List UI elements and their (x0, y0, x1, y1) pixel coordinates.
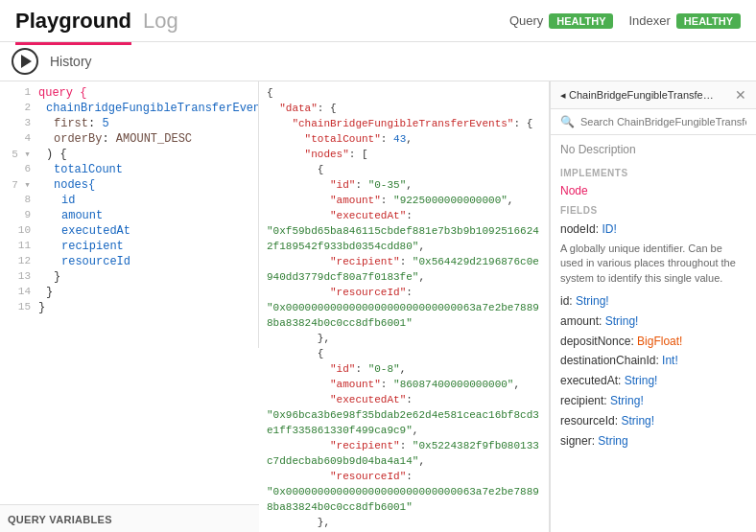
result-line: "nodes": [ (267, 147, 541, 162)
query-line-13: 13 } (0, 269, 258, 285)
query-status-group: Query HEALTHY (509, 13, 614, 29)
field-resourceId: resourceId: String! (560, 413, 746, 429)
node-link[interactable]: Node (560, 184, 746, 197)
result-line: "id": "0-8", (267, 361, 541, 377)
query-line-3: 3 first: 5 (0, 116, 258, 131)
fields-label: FIELDS (560, 205, 746, 216)
bottom-bar[interactable]: QUERY VARIABLES (0, 504, 259, 532)
query-line-5: 5 ▾ ) { (0, 147, 258, 162)
toolbar: History (0, 42, 756, 81)
query-line-8: 8 id (0, 193, 258, 208)
result-line: { (267, 162, 541, 177)
result-line: "totalCount": 43, (267, 131, 541, 147)
result-line: "resourceId": (267, 285, 541, 300)
field-depositNonce: depositNonce: BigFloat! (560, 334, 746, 350)
field-executedAt: executedAt: String! (560, 373, 746, 389)
field-nodeId: nodeId: ID! (560, 221, 746, 238)
result-line: "recipient": "0x5224382f9fb080133c7ddecb… (267, 438, 541, 469)
playground-tab[interactable]: Playground (15, 9, 131, 34)
result-line: }, (267, 515, 541, 530)
result-line: "0x000000000000000000000000000063a7e2be7… (267, 300, 541, 331)
field-amount: amount: String! (560, 313, 746, 330)
implements-label: IMPLEMENTS (560, 168, 746, 178)
query-line-12: 12 resourceId (0, 254, 258, 269)
query-line-11: 11 recipient (0, 239, 258, 254)
indexer-label: Indexer (628, 13, 670, 28)
query-line-9: 9 amount (0, 208, 258, 223)
header-left: Playground Log (15, 9, 178, 34)
header: Playground Log Query HEALTHY Indexer HEA… (0, 0, 756, 42)
search-icon: 🔍 (560, 115, 575, 128)
query-label: Query (509, 13, 543, 28)
result-line: { (267, 85, 541, 101)
query-line-1: 1 query { (0, 85, 258, 101)
schema-panel: ◂ ChainBridgeFungibleTransferEventsConne… (550, 81, 756, 532)
result-line: "0xf59bd65ba846115cbdef881e7b3b9b1092516… (267, 223, 541, 254)
play-icon (21, 55, 32, 68)
result-line: "0x000000000000000000000000000063a7e2be7… (267, 484, 541, 515)
schema-search-input[interactable] (580, 116, 746, 127)
field-recipient: recipient: String! (560, 393, 746, 409)
query-line-14: 14 } (0, 285, 258, 300)
header-right: Query HEALTHY Indexer HEALTHY (509, 13, 741, 29)
field-nodeId-desc: A globally unique identifier. Can be use… (560, 242, 746, 286)
schema-close-button[interactable]: ✕ (735, 87, 746, 103)
result-panel[interactable]: { "data": { "chainBridgeFungibleTransfer… (259, 81, 550, 532)
result-line: { (267, 346, 541, 361)
query-panel-wrapper: 1 query { 2 chainBridgeFungibleTransferE… (0, 81, 259, 532)
schema-header: ◂ ChainBridgeFungibleTransferEventsConne… (551, 81, 756, 109)
result-line: "data": { (267, 101, 541, 116)
query-status-badge: HEALTHY (549, 13, 613, 29)
no-description: No Description (560, 143, 746, 156)
field-id: id: String! (560, 293, 746, 310)
result-line: "recipient": "0x564429d2196876c0e940dd37… (267, 254, 541, 285)
query-content: 1 query { 2 chainBridgeFungibleTransferE… (0, 81, 258, 319)
schema-body: No Description IMPLEMENTS Node FIELDS no… (551, 135, 756, 460)
indexer-status-group: Indexer HEALTHY (628, 13, 741, 29)
field-destinationChainId: destinationChainId: Int! (560, 353, 746, 369)
query-line-2: 2 chainBridgeFungibleTransferEvents( (0, 101, 258, 116)
result-line: "amount": "9225000000000000", (267, 193, 541, 208)
history-label: History (50, 54, 92, 69)
query-panel[interactable]: 1 query { 2 chainBridgeFungibleTransferE… (0, 81, 259, 348)
schema-search-bar: 🔍 (551, 109, 756, 135)
result-line: "0x96bca3b6e98f35bdab2e62d4e581ceac16bf8… (267, 407, 541, 438)
main-content: 1 query { 2 chainBridgeFungibleTransferE… (0, 81, 756, 532)
query-line-10: 10 executedAt (0, 223, 258, 239)
query-line-7: 7 ▾ nodes{ (0, 177, 258, 193)
result-line: "executedAt": (267, 392, 541, 407)
result-line: "amount": "86087400000000000", (267, 377, 541, 392)
indexer-status-badge: HEALTHY (676, 13, 741, 29)
log-tab[interactable]: Log (143, 9, 178, 34)
result-line: "chainBridgeFungibleTransferEvents": { (267, 116, 541, 131)
result-line: }, (267, 331, 541, 346)
query-variables-label: QUERY VARIABLES (8, 514, 112, 525)
result-line: "id": "0-35", (267, 177, 541, 193)
query-line-6: 6 totalCount (0, 162, 258, 177)
result-line: "resourceId": (267, 469, 541, 484)
play-button[interactable] (12, 48, 38, 75)
result-line: "executedAt": (267, 208, 541, 223)
query-line-15: 15 } (0, 300, 258, 315)
field-signer: signer: String (560, 433, 746, 450)
query-line-4: 4 orderBy: AMOUNT_DESC (0, 131, 258, 147)
schema-title: ◂ ChainBridgeFungibleTransferEventsConne… (560, 89, 714, 102)
